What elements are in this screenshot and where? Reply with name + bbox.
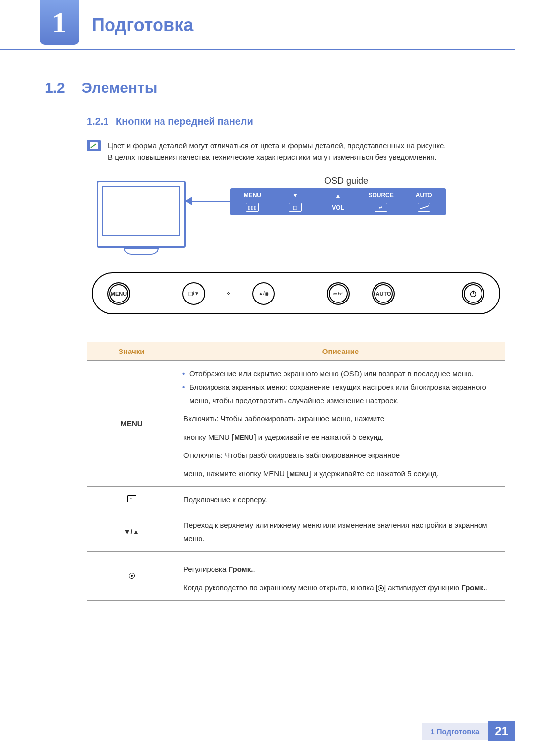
row-desc: Подключение к серверу.: [176, 487, 505, 512]
icons-table: Значки Описание MENU Отображение или скр…: [87, 342, 505, 601]
note-block: Цвет и форма деталей могут отличаться от…: [87, 140, 505, 163]
down-up-arrow-icon: ▼/▲: [124, 528, 140, 536]
monitor-stand: [124, 248, 159, 255]
footer-chapter-ref: 1 Подготовка: [422, 723, 488, 740]
callout-line: [186, 201, 230, 202]
diagram: OSD guide MENU▯▯▯ ▼⬚ ▲VOL SOURCE↵ AUTO M…: [87, 173, 505, 327]
osd-auto-label: AUTO: [416, 192, 432, 199]
table-row: MENU Отображение или скрытие экранного м…: [87, 361, 505, 487]
row-desc: Регулировка Громк.. Когда руководство по…: [176, 552, 505, 601]
subsection-heading: 1.2.1 Кнопки на передней панели: [87, 116, 505, 127]
chapter-number: 1: [53, 6, 67, 39]
osd-auto-icon: [418, 203, 430, 212]
note-line-1: Цвет и форма деталей могут отличаться от…: [108, 140, 446, 151]
menu-button-label: MENU: [111, 291, 127, 297]
osd-enter-icon: ↵: [374, 203, 387, 212]
front-button-bar: MENU ⬚/▼ ▲/◉ ▭/↵ AUTO: [92, 272, 500, 314]
auto-button-label: AUTO: [376, 291, 391, 297]
osd-menu-label: MENU: [244, 192, 261, 199]
server-down-button: ⬚/▼: [182, 282, 205, 305]
bullet: Блокировка экранных меню: сохранение тек…: [189, 380, 498, 407]
bullet: Отображение или скрытие экранного меню (…: [189, 367, 498, 380]
table-row: ▼/▲ Переход к верхнему или нижнему меню …: [87, 512, 505, 552]
chapter-title: Подготовка: [92, 15, 193, 36]
row-icon-menu: MENU: [87, 361, 176, 487]
menu-button: MENU: [107, 282, 130, 305]
subsection-title: Кнопки на передней панели: [116, 116, 253, 127]
up-record-button: ▲/◉: [252, 282, 275, 305]
table-row: Подключение к серверу.: [87, 487, 505, 512]
osd-panel: MENU▯▯▯ ▼⬚ ▲VOL SOURCE↵ AUTO: [230, 188, 446, 215]
sensor-dot-icon: [227, 292, 230, 295]
section-heading: 1.2 Элементы: [45, 79, 505, 96]
row-icon-record: [87, 552, 176, 601]
power-icon: [469, 289, 478, 298]
table-header-icons: Значки: [87, 342, 176, 361]
source-enter-button: ▭/↵: [327, 282, 350, 305]
note-icon: [87, 140, 101, 151]
subsection-number: 1.2.1: [87, 116, 108, 127]
row-icon-server: [87, 487, 176, 512]
auto-button: AUTO: [372, 282, 395, 305]
page-footer: 1 Подготовка 21: [422, 721, 515, 741]
server-icon: [127, 495, 136, 502]
row-desc: Переход к верхнему или нижнему меню или …: [176, 512, 505, 552]
record-icon: [378, 585, 384, 591]
table-row: Регулировка Громк.. Когда руководство по…: [87, 552, 505, 601]
section-number: 1.2: [45, 79, 79, 96]
osd-menu-icon: ▯▯▯: [246, 203, 259, 212]
row-desc: Отображение или скрытие экранного меню (…: [176, 361, 505, 487]
power-button: [462, 282, 484, 305]
section-title: Элементы: [81, 79, 157, 96]
table-header-desc: Описание: [176, 342, 505, 361]
osd-server-icon: ⬚: [289, 203, 302, 212]
monitor-illustration: [97, 181, 186, 248]
page-header: 1 Подготовка: [0, 0, 515, 50]
footer-page-number: 21: [488, 721, 515, 741]
note-line-2: В целях повышения качества технические х…: [108, 151, 446, 163]
record-icon: [129, 573, 135, 579]
chapter-badge: 1: [40, 0, 79, 45]
osd-guide-label: OSD guide: [324, 176, 368, 186]
osd-down-label: ▼: [292, 192, 298, 199]
row-icon-arrows: ▼/▲: [87, 512, 176, 552]
osd-vol-label: VOL: [332, 204, 344, 211]
osd-up-label: ▲: [335, 192, 341, 199]
osd-source-label: SOURCE: [368, 192, 393, 199]
